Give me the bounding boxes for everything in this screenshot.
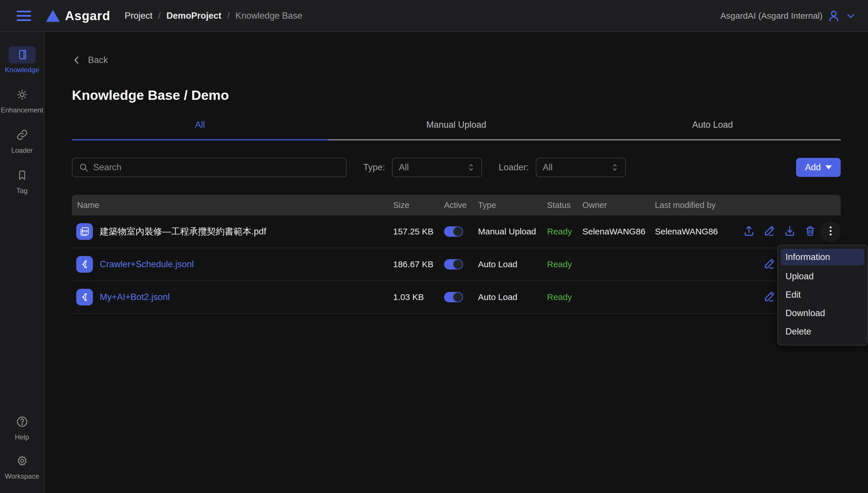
loader-select-value: All — [543, 162, 552, 173]
user-icon — [827, 9, 840, 22]
tab-auto-load[interactable]: Auto Load — [584, 120, 841, 141]
status-badge: Ready — [544, 292, 579, 302]
loader-select[interactable]: All — [536, 158, 626, 177]
bookmark-icon — [17, 170, 28, 182]
type-select-value: All — [399, 162, 409, 173]
tab-bar: AllManual UploadAuto Load — [72, 120, 841, 141]
sidebar-item-tile — [8, 127, 36, 144]
edit-button[interactable] — [759, 254, 779, 275]
app-logo[interactable]: Asgard — [46, 8, 110, 23]
sidebar-item-enhancement[interactable]: Enhancement — [1, 87, 44, 114]
file-name[interactable]: Crawler+Schedule.jsonl — [100, 259, 194, 270]
context-menu-item-information[interactable]: Information — [781, 249, 864, 265]
download-icon — [784, 225, 796, 238]
add-button-label: Add — [805, 162, 821, 173]
table-row: Crawler+Schedule.jsonl186.67 KBAuto Load… — [72, 248, 841, 281]
search-input[interactable] — [93, 162, 340, 173]
sidebar-item-tile — [8, 453, 36, 470]
toggle-knob — [453, 227, 462, 236]
row-actions — [736, 221, 841, 242]
download-button[interactable] — [779, 221, 800, 242]
breadcrumb-separator: / — [158, 10, 161, 21]
upload-type: Auto Load — [475, 259, 544, 269]
upload-type: Auto Load — [475, 292, 544, 302]
page-title: Knowledge Base / Demo — [72, 87, 841, 103]
sidebar-item-loader[interactable]: Loader — [1, 127, 44, 154]
chevron-down-icon — [845, 10, 856, 22]
book-icon — [16, 49, 28, 61]
sidebar-item-tile — [8, 167, 36, 185]
sidebar-item-help[interactable]: Help — [1, 414, 44, 441]
delete-icon — [804, 225, 816, 238]
chevron-left-icon — [72, 55, 82, 65]
upload-type: Manual Upload — [475, 227, 544, 236]
main-content: Back Knowledge Base / Demo AllManual Upl… — [45, 33, 868, 493]
sidebar-item-knowledge[interactable]: Knowledge — [1, 46, 44, 74]
sidebar-item-workspace[interactable]: Workspace — [1, 453, 44, 480]
file-name[interactable]: My+AI+Bot2.jsonl — [100, 292, 170, 302]
column-header-size: Size — [390, 200, 441, 210]
file-size: 1.03 KB — [390, 292, 441, 302]
active-toggle[interactable] — [444, 227, 463, 237]
active-toggle[interactable] — [444, 259, 463, 270]
sidebar-item-tile — [8, 87, 36, 104]
logo-text: Asgard — [65, 8, 110, 23]
menu-icon[interactable] — [17, 10, 31, 21]
last-modified-by: SelenaWANG86 — [651, 227, 736, 236]
add-button[interactable]: Add — [796, 158, 841, 177]
search-box[interactable] — [72, 158, 347, 177]
sidebar-item-tile — [8, 414, 36, 431]
file-name-cell: My+AI+Bot2.jsonl — [72, 289, 390, 305]
sidebar-item-tile — [8, 46, 36, 64]
context-menu-item-delete[interactable]: Delete — [778, 322, 867, 341]
owner: SelenaWANG86 — [579, 227, 651, 236]
knowledge-table: NameSizeActiveTypeStatusOwnerLast modifi… — [72, 195, 841, 314]
type-select[interactable]: All — [392, 158, 482, 177]
account-menu[interactable]: AsgardAI (Asgard Internal) — [720, 9, 856, 22]
breadcrumb-item[interactable]: DemoProject — [167, 10, 221, 21]
sidebar-item-tag[interactable]: Tag — [1, 167, 44, 195]
account-label: AsgardAI (Asgard Internal) — [720, 11, 823, 21]
column-header-last-modified-by: Last modified by — [651, 200, 736, 210]
column-header-owner: Owner — [579, 200, 651, 210]
upload-button[interactable] — [739, 221, 759, 242]
file-size: 186.67 KB — [390, 259, 441, 269]
back-button[interactable]: Back — [72, 55, 115, 65]
tab-all[interactable]: All — [72, 120, 328, 141]
top-bar: Asgard Project/DemoProject/Knowledge Bas… — [0, 0, 868, 32]
edit-icon — [763, 258, 775, 271]
toggle-knob — [453, 260, 462, 269]
filter-bar: Type: All Loader: All Add — [72, 158, 841, 177]
more-button[interactable] — [820, 221, 841, 242]
loader-filter-label: Loader: — [499, 162, 529, 173]
updown-chevrons-icon — [467, 163, 475, 172]
sidebar-item-label: Help — [15, 433, 29, 441]
column-header-type: Type — [475, 200, 544, 210]
breadcrumb-separator: / — [227, 10, 230, 21]
jsonl-file-icon — [76, 256, 93, 273]
context-menu-item-download[interactable]: Download — [778, 304, 867, 322]
upload-icon — [743, 225, 755, 238]
table-row: PDF建築物室內裝修—工程承攬契約書範本.pdf157.25 KBManual … — [72, 215, 841, 248]
sidebar-item-label: Workspace — [5, 472, 39, 480]
link-icon — [16, 129, 28, 142]
edit-button[interactable] — [759, 287, 779, 307]
file-size: 157.25 KB — [390, 227, 441, 236]
active-toggle[interactable] — [444, 292, 463, 302]
edit-button[interactable] — [759, 221, 779, 242]
sun-icon — [16, 89, 28, 102]
sidebar-item-label: Tag — [16, 187, 28, 195]
delete-button[interactable] — [800, 221, 820, 242]
jsonl-file-icon — [76, 289, 93, 305]
context-menu-item-upload[interactable]: Upload — [778, 267, 867, 286]
tab-manual-upload[interactable]: Manual Upload — [328, 120, 584, 141]
updown-chevrons-icon — [611, 163, 619, 172]
file-name-cell: Crawler+Schedule.jsonl — [72, 256, 390, 273]
column-header-name: Name — [72, 200, 390, 210]
active-cell — [441, 292, 475, 302]
context-menu-item-edit[interactable]: Edit — [778, 286, 867, 304]
svg-text:PDF: PDF — [82, 230, 88, 233]
breadcrumb-item[interactable]: Project — [125, 10, 152, 21]
active-cell — [441, 227, 475, 237]
file-name-cell: PDF建築物室內裝修—工程承攬契約書範本.pdf — [72, 223, 390, 240]
